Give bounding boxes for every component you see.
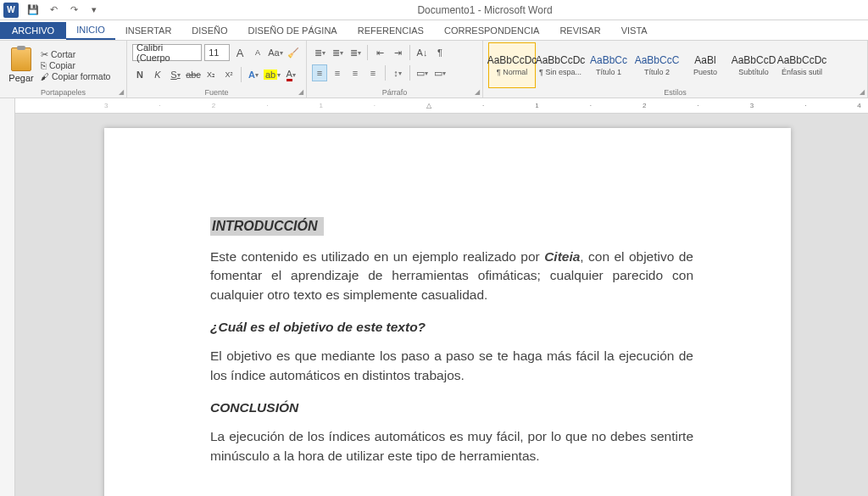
vertical-ruler[interactable] bbox=[0, 98, 15, 496]
ribbon-tabs: ARCHIVO INICIO INSERTAR DISEÑO DISEÑO DE… bbox=[0, 20, 868, 41]
bullets-button[interactable]: ≣ bbox=[312, 44, 327, 61]
heading-conclusion[interactable]: CONCLUSIÓN bbox=[210, 400, 693, 415]
multilevel-button[interactable]: ≣ bbox=[348, 44, 363, 61]
shading-button[interactable]: ▭ bbox=[415, 64, 430, 81]
tab-view[interactable]: VISTA bbox=[611, 22, 658, 39]
styles-gallery[interactable]: AaBbCcDc¶ NormalAaBbCcDc¶ Sin espa...AaB… bbox=[488, 42, 862, 88]
dialog-launcher-icon[interactable]: ◢ bbox=[475, 88, 480, 96]
copy-icon bbox=[41, 60, 47, 70]
decrease-indent-button[interactable]: ⇤ bbox=[372, 44, 387, 61]
save-button[interactable]: 💾 bbox=[25, 2, 41, 19]
tab-design[interactable]: DISEÑO bbox=[181, 22, 237, 39]
font-size-combo[interactable]: 11 bbox=[204, 44, 230, 61]
heading-objetivo[interactable]: ¿Cuál es el objetivo de este texto? bbox=[210, 320, 693, 335]
style-item[interactable]: AaBbCcDc¶ Sin espa... bbox=[537, 42, 584, 88]
scissors-icon bbox=[41, 49, 48, 59]
numbering-button[interactable]: ≣ bbox=[330, 44, 345, 61]
borders-button[interactable]: ▭ bbox=[432, 64, 448, 81]
cut-button[interactable]: Cortar bbox=[41, 49, 110, 59]
style-label: Puesto bbox=[682, 68, 728, 76]
style-item[interactable]: AaBlPuesto bbox=[682, 42, 729, 88]
align-left-button[interactable]: ≡ bbox=[312, 64, 327, 81]
line-spacing-button[interactable]: ↕ bbox=[390, 64, 405, 81]
grow-font-button[interactable]: A bbox=[232, 44, 248, 61]
style-label: ¶ Normal bbox=[489, 68, 535, 76]
justify-button[interactable]: ≡ bbox=[365, 64, 381, 81]
brush-icon bbox=[41, 71, 49, 81]
group-font: Calibri (Cuerpo 11 A A Aa 🧹 N K S abc X₂… bbox=[127, 41, 307, 98]
group-clipboard: Pegar Cortar Copiar Copiar formato Porta… bbox=[0, 41, 127, 98]
tab-references[interactable]: REFERENCIAS bbox=[348, 22, 434, 39]
style-item[interactable]: AaBbCcDSubtítulo bbox=[730, 42, 777, 88]
tab-review[interactable]: REVISAR bbox=[549, 22, 610, 39]
style-item[interactable]: AaBbCcCTítulo 2 bbox=[633, 42, 681, 88]
page[interactable]: INTRODUCCIÓN Este contenido es utilizado… bbox=[104, 128, 791, 496]
group-label: Portapapeles bbox=[0, 88, 126, 97]
group-paragraph: ≣ ≣ ≣ ⇤ ⇥ A↓ ¶ ≡ ≡ ≡ ≡ ↕ ▭ ▭ Párrafo ◢ bbox=[307, 41, 483, 98]
style-preview: AaBbCcDc bbox=[487, 54, 537, 66]
style-preview: AaBl bbox=[694, 54, 715, 66]
sort-button[interactable]: A↓ bbox=[415, 44, 430, 61]
format-painter-button[interactable]: Copiar formato bbox=[41, 71, 110, 81]
text-effects-button[interactable]: A bbox=[246, 66, 261, 83]
tab-file[interactable]: ARCHIVO bbox=[0, 22, 66, 39]
style-label: Énfasis sutil bbox=[779, 68, 825, 76]
highlight-button[interactable]: ab bbox=[264, 66, 281, 83]
align-center-button[interactable]: ≡ bbox=[330, 64, 345, 81]
heading-introduccion[interactable]: INTRODUCCIÓN bbox=[210, 217, 324, 236]
style-label: ¶ Sin espa... bbox=[537, 68, 583, 76]
paragraph[interactable]: El objetivo es que mediante los paso a p… bbox=[210, 347, 693, 385]
group-label: Estilos bbox=[483, 88, 867, 97]
superscript-button[interactable]: X² bbox=[221, 66, 236, 83]
show-marks-button[interactable]: ¶ bbox=[432, 44, 448, 61]
change-case-button[interactable]: Aa bbox=[268, 44, 283, 61]
group-styles: AaBbCcDc¶ NormalAaBbCcDc¶ Sin espa...AaB… bbox=[483, 41, 868, 98]
word-icon: W bbox=[3, 3, 19, 18]
align-right-button[interactable]: ≡ bbox=[348, 64, 363, 81]
horizontal-ruler[interactable]: 3·2·1·△·1·2·3·4·5·6·7·8·9·10·11·12·13·14… bbox=[15, 98, 868, 114]
shrink-font-button[interactable]: A bbox=[250, 44, 265, 61]
bold-button[interactable]: N bbox=[132, 66, 147, 83]
dialog-launcher-icon[interactable]: ◢ bbox=[119, 88, 124, 96]
ribbon: Pegar Cortar Copiar Copiar formato Porta… bbox=[0, 41, 868, 98]
strikethrough-button[interactable]: abc bbox=[186, 66, 201, 83]
copy-button[interactable]: Copiar bbox=[41, 60, 110, 70]
paste-button[interactable]: Pegar bbox=[5, 42, 37, 88]
clear-formatting-button[interactable]: 🧹 bbox=[286, 44, 301, 61]
style-preview: AaBbCcD bbox=[732, 54, 776, 66]
style-item[interactable]: AaBbCcDcÉnfasis sutil bbox=[778, 42, 826, 88]
style-preview: AaBbCc bbox=[590, 54, 627, 66]
style-label: Título 1 bbox=[586, 68, 632, 76]
paragraph[interactable]: Este contenido es utilizado en un ejempl… bbox=[210, 248, 693, 304]
group-label: Fuente bbox=[127, 88, 306, 97]
italic-button[interactable]: K bbox=[150, 66, 165, 83]
tab-mailings[interactable]: CORRESPONDENCIA bbox=[434, 22, 549, 39]
style-preview: AaBbCcDc bbox=[777, 54, 827, 66]
style-preview: AaBbCcDc bbox=[536, 54, 586, 66]
style-label: Subtítulo bbox=[731, 68, 776, 76]
underline-button[interactable]: S bbox=[168, 66, 183, 83]
style-label: Título 2 bbox=[634, 68, 680, 76]
tab-layout[interactable]: DISEÑO DE PÁGINA bbox=[238, 22, 348, 39]
tab-home[interactable]: INICIO bbox=[66, 21, 115, 40]
window-title: Documento1 - Microsoft Word bbox=[102, 4, 868, 16]
document-area: 3·2·1·△·1·2·3·4·5·6·7·8·9·10·11·12·13·14… bbox=[0, 98, 868, 496]
paragraph[interactable]: La ejecución de los índices automáticos … bbox=[210, 427, 693, 465]
font-color-button[interactable]: A bbox=[283, 66, 298, 83]
redo-button[interactable]: ↷ bbox=[66, 2, 81, 19]
subscript-button[interactable]: X₂ bbox=[203, 66, 219, 83]
style-item[interactable]: AaBbCcDc¶ Normal bbox=[488, 42, 536, 88]
tab-insert[interactable]: INSERTAR bbox=[115, 22, 182, 39]
style-preview: AaBbCcC bbox=[635, 54, 680, 66]
dialog-launcher-icon[interactable]: ◢ bbox=[860, 88, 865, 96]
font-name-combo[interactable]: Calibri (Cuerpo bbox=[132, 44, 202, 61]
group-label: Párrafo bbox=[307, 88, 482, 97]
quick-access-toolbar: 💾 ↶ ↷ ▾ bbox=[25, 2, 102, 19]
increase-indent-button[interactable]: ⇥ bbox=[390, 44, 405, 61]
style-item[interactable]: AaBbCcTítulo 1 bbox=[585, 42, 632, 88]
paste-icon bbox=[11, 47, 31, 71]
paste-label: Pegar bbox=[8, 73, 33, 83]
qat-more-button[interactable]: ▾ bbox=[86, 2, 102, 19]
dialog-launcher-icon[interactable]: ◢ bbox=[298, 88, 303, 96]
undo-button[interactable]: ↶ bbox=[46, 2, 61, 19]
